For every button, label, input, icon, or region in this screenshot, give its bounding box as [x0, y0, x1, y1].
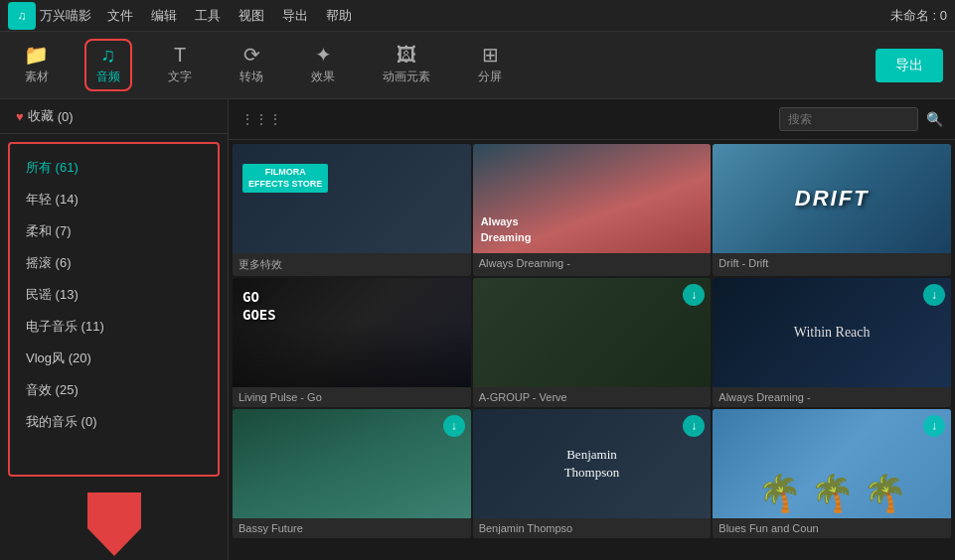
list-item[interactable]: ↓ Within Reach Always Dreaming - [713, 278, 951, 407]
category-folk[interactable]: 民谣 (13) [10, 279, 218, 311]
content-area: ⋮⋮⋮ 🔍 FILMORAEFFECTS STORE 更多特效 AlwaysDr… [229, 99, 955, 560]
sidebar: ♥ 收藏 (0) 所有 (61) 年轻 (14) 柔和 (7) 摇滚 (6) 民… [0, 99, 229, 560]
living-pulse-text: GOGOES [242, 288, 276, 324]
media-thumb-blues: ↓ 🌴 🌴 🌴 [713, 409, 951, 518]
media-label-always1: Always Dreaming - [473, 253, 712, 273]
search-button[interactable]: 🔍 [926, 111, 943, 127]
list-item[interactable]: ↓ A-GROUP - Verve [473, 278, 712, 407]
category-all[interactable]: 所有 (61) [10, 152, 218, 184]
always-dreaming-text: AlwaysDreaming [481, 214, 532, 245]
menu-help[interactable]: 帮助 [326, 7, 352, 25]
benjamin-text: BenjaminThompson [564, 446, 620, 482]
tool-splitscreen[interactable]: ⊞ 分屏 [466, 39, 514, 91]
tool-transition[interactable]: ⟳ 转场 [228, 39, 275, 91]
list-item[interactable]: ↓ 🌴 🌴 🌴 Blues Fun and Coun [713, 409, 951, 538]
favorites-label: 收藏 [28, 107, 54, 125]
drift-text: DRIFT [795, 186, 870, 211]
media-thumb-always1: AlwaysDreaming [473, 144, 712, 253]
palm-icon-2: 🌴 [810, 473, 855, 514]
palm-trees: 🌴 🌴 🌴 [713, 473, 951, 518]
audio-icon: ♫ [101, 45, 116, 65]
list-item[interactable]: ↓ BenjaminThompson Benjamin Thompso [473, 409, 712, 538]
tool-text-label: 文字 [168, 69, 192, 85]
tool-splitscreen-label: 分屏 [478, 69, 502, 85]
tool-animation-label: 动画元素 [383, 69, 430, 85]
media-label-benjamin: Benjamin Thompso [473, 518, 712, 538]
menu-bar: ♫ 万兴喵影 文件 编辑 工具 视图 导出 帮助 未命名 : 0 [0, 0, 955, 32]
menu-export[interactable]: 导出 [282, 7, 308, 25]
list-item[interactable]: FILMORAEFFECTS STORE 更多特效 [233, 144, 471, 276]
tool-material[interactable]: 📁 素材 [12, 39, 61, 91]
transition-icon: ⟳ [243, 45, 260, 65]
category-rock[interactable]: 摇滚 (6) [10, 247, 218, 279]
list-item[interactable]: AlwaysDreaming Always Dreaming - [473, 144, 712, 276]
category-my-music[interactable]: 我的音乐 (0) [10, 406, 218, 438]
tool-material-label: 素材 [25, 69, 49, 85]
text-icon: T [174, 45, 186, 65]
arrow-container [0, 485, 228, 560]
arrow-body [87, 492, 141, 528]
media-grid: FILMORAEFFECTS STORE 更多特效 AlwaysDreaming… [229, 140, 955, 542]
media-label-filmora: 更多特效 [233, 253, 471, 276]
grid-icon: ⋮⋮⋮ [240, 111, 282, 127]
main-area: ♥ 收藏 (0) 所有 (61) 年轻 (14) 柔和 (7) 摇滚 (6) 民… [0, 99, 955, 560]
media-thumb-drift: DRIFT [713, 144, 951, 253]
tool-transition-label: 转场 [239, 69, 263, 85]
tool-effects-label: 效果 [311, 69, 335, 85]
download-badge-benjamin: ↓ [683, 415, 705, 437]
app-logo: ♫ 万兴喵影 [8, 2, 91, 30]
media-thumb-agroup: ↓ [473, 278, 712, 387]
media-thumb-within: ↓ Within Reach [713, 278, 951, 387]
menu-items: 文件 编辑 工具 视图 导出 帮助 [107, 7, 890, 25]
media-label-agroup: A-GROUP - Verve [473, 387, 712, 407]
menu-view[interactable]: 视图 [239, 7, 264, 25]
search-input[interactable] [779, 107, 918, 131]
media-thumb-benjamin: ↓ BenjaminThompson [473, 409, 712, 518]
tool-text[interactable]: T 文字 [156, 39, 204, 91]
category-electronic[interactable]: 电子音乐 (11) [10, 311, 218, 343]
heart-icon: ♥ [16, 109, 24, 124]
logo-music-icon: ♫ [18, 9, 27, 23]
category-sfx[interactable]: 音效 (25) [10, 374, 218, 406]
filmora-badge: FILMORAEFFECTS STORE [242, 164, 328, 193]
favorites-count: (0) [58, 109, 74, 124]
toolbar: 📁 素材 ♫ 音频 T 文字 ⟳ 转场 ✦ 效果 🖼 动画元素 ⊞ 分屏 导出 [0, 32, 955, 99]
list-item[interactable]: DRIFT Drift - Drift [713, 144, 951, 276]
download-badge-blues: ↓ [923, 415, 945, 437]
toolbar-right: 导出 [875, 49, 943, 82]
red-arrow-group [87, 492, 141, 556]
within-reach-text: Within Reach [790, 321, 875, 345]
export-button[interactable]: 导出 [875, 49, 943, 82]
media-label-living: Living Pulse - Go [233, 387, 471, 407]
menu-file[interactable]: 文件 [107, 7, 133, 25]
favorites-bar[interactable]: ♥ 收藏 (0) [0, 99, 228, 134]
tool-effects[interactable]: ✦ 效果 [299, 39, 347, 91]
menu-tools[interactable]: 工具 [195, 7, 221, 25]
media-thumb-filmora: FILMORAEFFECTS STORE [233, 144, 471, 253]
tool-audio-label: 音频 [96, 69, 120, 85]
title-bar-right: 未命名 : 0 [890, 7, 947, 25]
logo-icon: ♫ [8, 2, 36, 30]
media-label-within: Always Dreaming - [713, 387, 951, 407]
tool-animation[interactable]: 🖼 动画元素 [371, 39, 442, 91]
media-label-blues: Blues Fun and Coun [713, 518, 951, 538]
category-list: 所有 (61) 年轻 (14) 柔和 (7) 摇滚 (6) 民谣 (13) 电子… [8, 142, 220, 477]
menu-edit[interactable]: 编辑 [151, 7, 177, 25]
list-item[interactable]: ↓ Bassy Future [233, 409, 471, 538]
category-vlog[interactable]: Vlog风 (20) [10, 343, 218, 374]
search-bar: ⋮⋮⋮ 🔍 [229, 99, 955, 140]
splitscreen-icon: ⊞ [482, 45, 499, 65]
media-label-drift: Drift - Drift [713, 253, 951, 273]
download-badge-bassy: ↓ [443, 415, 465, 437]
tool-audio[interactable]: ♫ 音频 [84, 39, 132, 91]
animation-icon: 🖼 [397, 45, 416, 65]
media-thumb-living: GOGOES [233, 278, 471, 387]
category-young[interactable]: 年轻 (14) [10, 184, 218, 215]
list-item[interactable]: GOGOES Living Pulse - Go [233, 278, 471, 407]
logo-text: 万兴喵影 [40, 7, 91, 25]
palm-icon-3: 🌴 [863, 473, 907, 514]
effects-icon: ✦ [315, 45, 332, 65]
palm-icon-1: 🌴 [757, 473, 802, 514]
media-label-bassy: Bassy Future [233, 518, 471, 538]
category-soft[interactable]: 柔和 (7) [10, 215, 218, 247]
